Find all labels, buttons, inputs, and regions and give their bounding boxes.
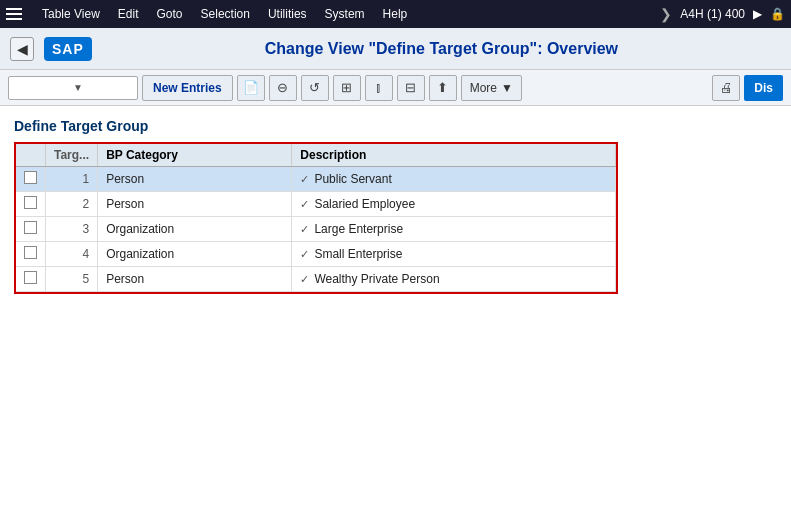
- dis-button[interactable]: Dis: [744, 75, 783, 101]
- system-info: ❯ A4H (1) 400 ▶ 🔒: [660, 6, 785, 22]
- row-checkbox[interactable]: [24, 246, 37, 259]
- main-content: Define Target Group Targ... BP Category …: [0, 106, 791, 309]
- row-bp-category: Organization: [98, 217, 292, 242]
- table-row[interactable]: 4Organization✓ Small Enterprise: [16, 242, 616, 267]
- more-label: More: [470, 81, 497, 95]
- grid-icon-button[interactable]: ⊞: [333, 75, 361, 101]
- row-number: 1: [46, 167, 98, 192]
- table-header-row: Targ... BP Category Description: [16, 144, 616, 167]
- row-checkbox[interactable]: [24, 171, 37, 184]
- lock-icon: 🔒: [770, 7, 785, 21]
- page-title: Change View "Define Target Group": Overv…: [102, 40, 781, 58]
- more-dropdown-icon: ▼: [501, 81, 513, 95]
- data-table: Targ... BP Category Description 1Person✓…: [16, 144, 616, 292]
- table-body: 1Person✓ Public Servant2Person✓ Salaried…: [16, 167, 616, 292]
- printer-icon: 🖨: [720, 80, 733, 95]
- sap-logo-text: SAP: [52, 41, 84, 57]
- row-description: ✓ Large Enterprise: [292, 217, 616, 242]
- row-bp-category: Person: [98, 192, 292, 217]
- menu-help[interactable]: Help: [375, 5, 416, 23]
- chevron-right-icon: ❯: [660, 6, 672, 22]
- system-id: A4H (1) 400: [680, 7, 745, 21]
- row-checkbox-cell: [16, 267, 46, 292]
- grid-icon: ⊞: [341, 80, 352, 95]
- table-row[interactable]: 5Person✓ Wealthy Private Person: [16, 267, 616, 292]
- row-bp-category: Person: [98, 267, 292, 292]
- row-checkbox-cell: [16, 192, 46, 217]
- delete-icon: ⊖: [277, 80, 288, 95]
- columns-icon-button[interactable]: ⫿: [365, 75, 393, 101]
- menu-selection[interactable]: Selection: [193, 5, 258, 23]
- menu-system[interactable]: System: [317, 5, 373, 23]
- row-description: ✓ Small Enterprise: [292, 242, 616, 267]
- row-number: 3: [46, 217, 98, 242]
- table-row[interactable]: 2Person✓ Salaried Employee: [16, 192, 616, 217]
- checkmark-icon: ✓: [300, 198, 312, 210]
- row-description: ✓ Public Servant: [292, 167, 616, 192]
- menu-goto[interactable]: Goto: [149, 5, 191, 23]
- menu-table-view[interactable]: Table View: [34, 5, 108, 23]
- row-number: 2: [46, 192, 98, 217]
- header-description: Description: [292, 144, 616, 167]
- menu-utilities[interactable]: Utilities: [260, 5, 315, 23]
- section-title: Define Target Group: [14, 118, 777, 134]
- row-description: ✓ Salaried Employee: [292, 192, 616, 217]
- dropdown-arrow-icon: ▼: [73, 82, 131, 93]
- checkmark-icon: ✓: [300, 223, 312, 235]
- more-button[interactable]: More ▼: [461, 75, 522, 101]
- header-bp-category: BP Category: [98, 144, 292, 167]
- hamburger-menu[interactable]: [6, 4, 26, 24]
- row-bp-category: Person: [98, 167, 292, 192]
- back-arrow-icon: ◀: [17, 41, 28, 57]
- title-bar: ◀ SAP Change View "Define Target Group":…: [0, 28, 791, 70]
- printer-icon-button[interactable]: 🖨: [712, 75, 740, 101]
- toolbar-dropdown[interactable]: ▼: [8, 76, 138, 100]
- data-table-container: Targ... BP Category Description 1Person✓…: [14, 142, 618, 294]
- row-checkbox[interactable]: [24, 196, 37, 209]
- play-icon: ▶: [753, 7, 762, 21]
- checkmark-icon: ✓: [300, 273, 312, 285]
- header-targ: Targ...: [46, 144, 98, 167]
- delete-icon-button[interactable]: ⊖: [269, 75, 297, 101]
- empty-area: [0, 309, 791, 469]
- copy-icon-button[interactable]: 📄: [237, 75, 265, 101]
- row-checkbox-cell: [16, 242, 46, 267]
- new-entries-button[interactable]: New Entries: [142, 75, 233, 101]
- table-row[interactable]: 1Person✓ Public Servant: [16, 167, 616, 192]
- menu-edit[interactable]: Edit: [110, 5, 147, 23]
- row-number: 4: [46, 242, 98, 267]
- row-checkbox[interactable]: [24, 221, 37, 234]
- row-checkbox[interactable]: [24, 271, 37, 284]
- back-button[interactable]: ◀: [10, 37, 34, 61]
- menu-bar: Table View Edit Goto Selection Utilities…: [0, 0, 791, 28]
- sap-logo: SAP: [44, 37, 92, 61]
- toolbar: ▼ New Entries 📄 ⊖ ↺ ⊞ ⫿ ⊟ ⬆ More ▼ 🖨 Dis: [0, 70, 791, 106]
- checkmark-icon: ✓: [300, 173, 312, 185]
- row-bp-category: Organization: [98, 242, 292, 267]
- export-icon-button[interactable]: ⬆: [429, 75, 457, 101]
- row-description: ✓ Wealthy Private Person: [292, 267, 616, 292]
- columns-icon: ⫿: [375, 80, 382, 95]
- row-number: 5: [46, 267, 98, 292]
- export-icon: ⬆: [437, 80, 448, 95]
- header-checkbox-cell: [16, 144, 46, 167]
- rows-icon: ⊟: [405, 80, 416, 95]
- undo-icon: ↺: [309, 80, 320, 95]
- undo-icon-button[interactable]: ↺: [301, 75, 329, 101]
- row-checkbox-cell: [16, 217, 46, 242]
- copy-icon: 📄: [243, 80, 259, 95]
- rows-icon-button[interactable]: ⊟: [397, 75, 425, 101]
- table-row[interactable]: 3Organization✓ Large Enterprise: [16, 217, 616, 242]
- row-checkbox-cell: [16, 167, 46, 192]
- checkmark-icon: ✓: [300, 248, 312, 260]
